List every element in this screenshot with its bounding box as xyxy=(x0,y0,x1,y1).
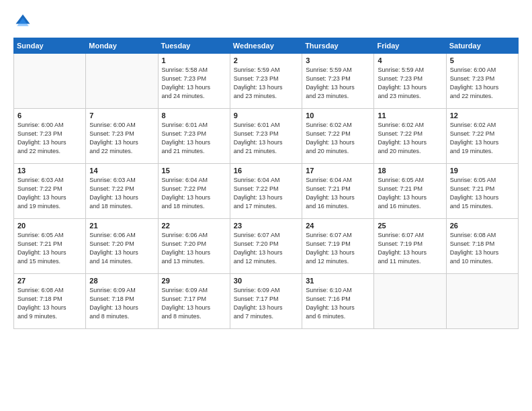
day-number: 28 xyxy=(89,277,154,285)
calendar-cell: 20Sunrise: 6:05 AM Sunset: 7:21 PM Dayli… xyxy=(14,219,86,274)
day-number: 23 xyxy=(234,222,298,230)
day-info: Sunrise: 6:09 AM Sunset: 7:17 PM Dayligh… xyxy=(234,286,298,321)
calendar-cell: 25Sunrise: 6:07 AM Sunset: 7:19 PM Dayli… xyxy=(374,219,446,274)
calendar-cell: 30Sunrise: 6:09 AM Sunset: 7:17 PM Dayli… xyxy=(230,274,302,329)
day-info: Sunrise: 6:07 AM Sunset: 7:20 PM Dayligh… xyxy=(234,231,298,266)
weekday-header-thursday: Thursday xyxy=(302,38,374,54)
calendar-cell: 26Sunrise: 6:08 AM Sunset: 7:18 PM Dayli… xyxy=(446,219,518,274)
weekday-header-saturday: Saturday xyxy=(446,38,518,54)
day-number: 9 xyxy=(234,111,298,120)
calendar-cell: 17Sunrise: 6:04 AM Sunset: 7:21 PM Dayli… xyxy=(302,164,374,219)
header xyxy=(13,12,519,31)
weekday-header-wednesday: Wednesday xyxy=(230,38,302,54)
calendar-cell: 12Sunrise: 6:02 AM Sunset: 7:22 PM Dayli… xyxy=(446,109,518,164)
calendar-cell: 10Sunrise: 6:02 AM Sunset: 7:22 PM Dayli… xyxy=(302,109,374,164)
calendar-cell xyxy=(374,274,446,329)
calendar-cell: 18Sunrise: 6:05 AM Sunset: 7:21 PM Dayli… xyxy=(374,164,446,219)
calendar-cell: 21Sunrise: 6:06 AM Sunset: 7:20 PM Dayli… xyxy=(86,219,158,274)
day-number: 11 xyxy=(378,111,442,120)
day-number: 13 xyxy=(17,167,82,175)
day-info: Sunrise: 6:05 AM Sunset: 7:21 PM Dayligh… xyxy=(17,231,82,266)
week-row-1: 1Sunrise: 5:58 AM Sunset: 7:23 PM Daylig… xyxy=(14,54,519,109)
calendar-cell: 8Sunrise: 6:01 AM Sunset: 7:23 PM Daylig… xyxy=(158,109,230,164)
day-number: 10 xyxy=(306,111,370,120)
weekday-header-monday: Monday xyxy=(86,38,158,54)
calendar-cell: 5Sunrise: 6:00 AM Sunset: 7:23 PM Daylig… xyxy=(446,54,518,109)
weekday-header-row: SundayMondayTuesdayWednesdayThursdayFrid… xyxy=(14,38,519,54)
day-number: 22 xyxy=(162,222,226,230)
day-number: 21 xyxy=(89,222,154,230)
calendar-cell: 3Sunrise: 5:59 AM Sunset: 7:23 PM Daylig… xyxy=(302,54,374,109)
day-info: Sunrise: 6:06 AM Sunset: 7:20 PM Dayligh… xyxy=(89,231,154,266)
day-info: Sunrise: 6:04 AM Sunset: 7:22 PM Dayligh… xyxy=(234,176,298,211)
day-number: 4 xyxy=(378,56,442,64)
day-info: Sunrise: 6:07 AM Sunset: 7:19 PM Dayligh… xyxy=(378,231,442,266)
day-number: 12 xyxy=(450,111,515,120)
day-number: 16 xyxy=(234,167,298,175)
day-number: 29 xyxy=(162,277,226,285)
day-info: Sunrise: 6:04 AM Sunset: 7:21 PM Dayligh… xyxy=(306,176,370,211)
calendar-cell: 28Sunrise: 6:09 AM Sunset: 7:18 PM Dayli… xyxy=(86,274,158,329)
calendar-cell: 4Sunrise: 5:59 AM Sunset: 7:23 PM Daylig… xyxy=(374,54,446,109)
day-number: 6 xyxy=(17,111,82,120)
calendar-cell: 31Sunrise: 6:10 AM Sunset: 7:16 PM Dayli… xyxy=(302,274,374,329)
calendar-cell: 16Sunrise: 6:04 AM Sunset: 7:22 PM Dayli… xyxy=(230,164,302,219)
day-info: Sunrise: 6:09 AM Sunset: 7:18 PM Dayligh… xyxy=(89,286,154,321)
day-number: 20 xyxy=(17,222,82,230)
day-number: 25 xyxy=(378,222,442,230)
logo xyxy=(13,12,36,31)
week-row-2: 6Sunrise: 6:00 AM Sunset: 7:23 PM Daylig… xyxy=(14,109,519,164)
day-number: 8 xyxy=(162,111,226,120)
day-info: Sunrise: 5:59 AM Sunset: 7:23 PM Dayligh… xyxy=(306,66,370,101)
weekday-header-sunday: Sunday xyxy=(14,38,86,54)
day-number: 1 xyxy=(162,56,226,64)
day-info: Sunrise: 6:02 AM Sunset: 7:22 PM Dayligh… xyxy=(306,121,370,156)
calendar-cell xyxy=(446,274,518,329)
week-row-5: 27Sunrise: 6:08 AM Sunset: 7:18 PM Dayli… xyxy=(14,274,519,329)
page: SundayMondayTuesdayWednesdayThursdayFrid… xyxy=(0,0,532,411)
day-info: Sunrise: 5:58 AM Sunset: 7:23 PM Dayligh… xyxy=(162,66,226,101)
day-number: 5 xyxy=(450,56,515,64)
day-info: Sunrise: 6:09 AM Sunset: 7:17 PM Dayligh… xyxy=(162,286,226,321)
day-info: Sunrise: 6:08 AM Sunset: 7:18 PM Dayligh… xyxy=(450,231,515,266)
day-number: 14 xyxy=(89,167,154,175)
calendar-cell: 11Sunrise: 6:02 AM Sunset: 7:22 PM Dayli… xyxy=(374,109,446,164)
day-info: Sunrise: 6:01 AM Sunset: 7:23 PM Dayligh… xyxy=(162,121,226,156)
day-info: Sunrise: 6:03 AM Sunset: 7:22 PM Dayligh… xyxy=(89,176,154,211)
day-info: Sunrise: 6:04 AM Sunset: 7:22 PM Dayligh… xyxy=(162,176,226,211)
day-info: Sunrise: 6:06 AM Sunset: 7:20 PM Dayligh… xyxy=(162,231,226,266)
day-number: 17 xyxy=(306,167,370,175)
calendar-cell: 15Sunrise: 6:04 AM Sunset: 7:22 PM Dayli… xyxy=(158,164,230,219)
day-info: Sunrise: 6:00 AM Sunset: 7:23 PM Dayligh… xyxy=(89,121,154,156)
day-number: 31 xyxy=(306,277,370,285)
day-info: Sunrise: 6:02 AM Sunset: 7:22 PM Dayligh… xyxy=(378,121,442,156)
day-number: 19 xyxy=(450,167,515,175)
day-number: 2 xyxy=(234,56,298,64)
calendar-cell: 9Sunrise: 6:01 AM Sunset: 7:23 PM Daylig… xyxy=(230,109,302,164)
day-number: 26 xyxy=(450,222,515,230)
week-row-4: 20Sunrise: 6:05 AM Sunset: 7:21 PM Dayli… xyxy=(14,219,519,274)
day-info: Sunrise: 6:05 AM Sunset: 7:21 PM Dayligh… xyxy=(378,176,442,211)
day-info: Sunrise: 5:59 AM Sunset: 7:23 PM Dayligh… xyxy=(378,66,442,101)
day-number: 30 xyxy=(234,277,298,285)
calendar-cell: 1Sunrise: 5:58 AM Sunset: 7:23 PM Daylig… xyxy=(158,54,230,109)
day-info: Sunrise: 5:59 AM Sunset: 7:23 PM Dayligh… xyxy=(234,66,298,101)
day-info: Sunrise: 6:03 AM Sunset: 7:22 PM Dayligh… xyxy=(17,176,82,211)
day-number: 18 xyxy=(378,167,442,175)
day-info: Sunrise: 6:00 AM Sunset: 7:23 PM Dayligh… xyxy=(450,66,515,101)
day-number: 3 xyxy=(306,56,370,64)
day-number: 24 xyxy=(306,222,370,230)
week-row-3: 13Sunrise: 6:03 AM Sunset: 7:22 PM Dayli… xyxy=(14,164,519,219)
day-number: 7 xyxy=(89,111,154,120)
calendar-cell xyxy=(86,54,158,109)
day-number: 15 xyxy=(162,167,226,175)
calendar-cell: 19Sunrise: 6:05 AM Sunset: 7:21 PM Dayli… xyxy=(446,164,518,219)
calendar-cell: 14Sunrise: 6:03 AM Sunset: 7:22 PM Dayli… xyxy=(86,164,158,219)
calendar-cell xyxy=(14,54,86,109)
calendar-table: SundayMondayTuesdayWednesdayThursdayFrid… xyxy=(13,38,519,329)
weekday-header-friday: Friday xyxy=(374,38,446,54)
calendar-cell: 29Sunrise: 6:09 AM Sunset: 7:17 PM Dayli… xyxy=(158,274,230,329)
weekday-header-tuesday: Tuesday xyxy=(158,38,230,54)
day-info: Sunrise: 6:07 AM Sunset: 7:19 PM Dayligh… xyxy=(306,231,370,266)
calendar-cell: 13Sunrise: 6:03 AM Sunset: 7:22 PM Dayli… xyxy=(14,164,86,219)
